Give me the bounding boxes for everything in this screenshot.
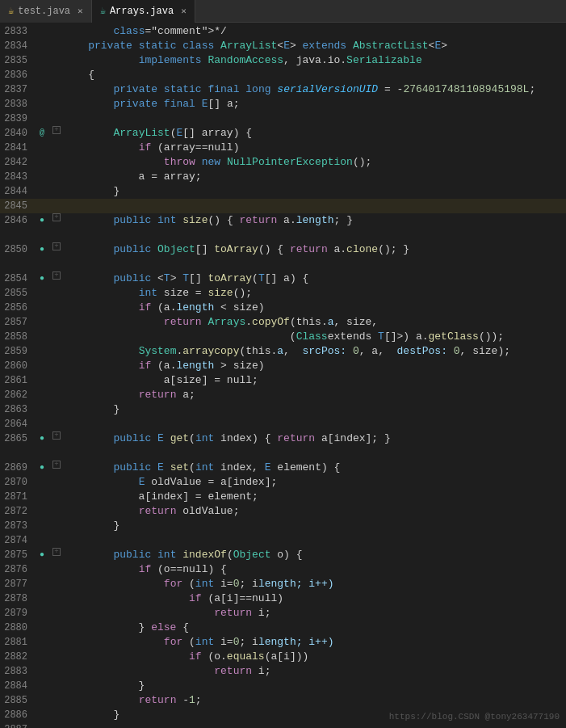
- code-line: public E get(int index) { return a[index…: [63, 431, 566, 446]
- line-row: 2836 {: [0, 68, 566, 82]
- line-number: 2837: [0, 82, 34, 97]
- line-row: 2844 }: [0, 184, 566, 199]
- code-line: if (a[i]==null): [63, 591, 566, 606]
- code-line: [63, 417, 566, 431]
- line-number: 2876: [0, 562, 34, 577]
- breakpoint-dot: ●: [40, 461, 44, 475]
- expand-button[interactable]: +: [50, 461, 63, 469]
- expand-button[interactable]: +: [50, 548, 63, 556]
- line-row: 2856 if (a.length < size): [0, 301, 566, 315]
- line-number: 2857: [0, 315, 34, 330]
- line-row: 2835 implements RandomAccess, java.io.Se…: [0, 53, 566, 68]
- code-line: [63, 446, 566, 461]
- expand-button[interactable]: +: [50, 271, 63, 280]
- breakpoint-dot: ●: [40, 213, 44, 228]
- code-line: return oldValue;: [63, 504, 566, 519]
- expand-button[interactable]: +: [50, 126, 63, 134]
- line-number: 2835: [0, 53, 34, 68]
- code-line: return a;: [63, 388, 566, 402]
- code-line: implements RandomAccess, java.io.Seriali…: [63, 53, 566, 68]
- line-row: 2855 int size = size();: [0, 286, 566, 301]
- at-icon: @: [40, 126, 44, 141]
- expand-button[interactable]: +: [50, 213, 63, 221]
- line-number: 2880: [0, 621, 34, 635]
- line-row: [0, 257, 566, 271]
- line-number: 2883: [0, 664, 34, 679]
- line-row: 2884 }: [0, 679, 566, 693]
- line-row: [0, 446, 566, 461]
- tab-arrays-java-close[interactable]: ✕: [181, 6, 187, 16]
- line-row: 2858 (Classextends T[]>) a.getClass());: [0, 330, 566, 344]
- line-number: 2858: [0, 330, 34, 344]
- test-java-icon: ☕: [8, 5, 14, 17]
- line-row: 2843 a = array;: [0, 170, 566, 184]
- line-number: 2885: [0, 693, 34, 708]
- line-number: 2873: [0, 519, 34, 533]
- line-number: 2872: [0, 504, 34, 519]
- code-line: return i;: [63, 664, 566, 679]
- line-row: 2879 return i;: [0, 606, 566, 621]
- code-line: }: [63, 184, 566, 199]
- gutter-icon: ●: [34, 431, 50, 446]
- code-line: System.arraycopy(this.a, srcPos: 0, a, d…: [63, 344, 566, 359]
- line-number: 2879: [0, 606, 34, 621]
- line-number: 2838: [0, 97, 34, 112]
- line-row: 2859 System.arraycopy(this.a, srcPos: 0,…: [0, 344, 566, 359]
- line-row: 2875●+ public int indexOf(Object o) {: [0, 548, 566, 562]
- code-line: if (o.equals(a[i])): [63, 650, 566, 664]
- tab-test-java-close[interactable]: ✕: [78, 6, 83, 16]
- code-line: return -1;: [63, 693, 566, 708]
- code-line: if (a.length < size): [63, 301, 566, 315]
- code-line: return Arrays.copyOf(this.a, size,: [63, 315, 566, 330]
- code-line: private static class ArrayList<E> extend…: [63, 39, 566, 53]
- tab-test-java[interactable]: ☕ test.java ✕: [0, 0, 92, 23]
- code-line: (Classextends T[]>) a.getClass());: [63, 330, 566, 344]
- line-number: 2854: [0, 271, 34, 286]
- gutter-icon: @: [34, 126, 50, 141]
- code-line: public E set(int index, E element) {: [63, 461, 566, 475]
- line-row: 2837 private static final long serialVer…: [0, 82, 566, 97]
- code-line: }: [63, 519, 566, 533]
- line-row: 2870 E oldValue = a[index];: [0, 475, 566, 490]
- code-line: for (int i=0; ilength; i++): [63, 577, 566, 591]
- line-number: 2869: [0, 461, 34, 475]
- line-row: 2854●+ public <T> T[] toArray(T[] a) {: [0, 271, 566, 286]
- line-row: 2860 if (a.length > size): [0, 359, 566, 373]
- code-line: E oldValue = a[index];: [63, 475, 566, 490]
- code-line: class="comment">*/: [63, 24, 566, 39]
- code-line: for (int i=0; ilength; i++): [63, 635, 566, 650]
- breakpoint-dot: ●: [40, 242, 44, 257]
- line-number: 2860: [0, 359, 34, 373]
- line-row: [0, 228, 566, 242]
- expand-button[interactable]: +: [50, 431, 63, 440]
- line-row: 2880 } else {: [0, 621, 566, 635]
- code-line: if (array==null): [63, 141, 566, 155]
- gutter-icon: ●: [34, 213, 50, 228]
- line-row: 2865●+ public E get(int index) { return …: [0, 431, 566, 446]
- line-number: 2859: [0, 344, 34, 359]
- line-number: 2870: [0, 475, 34, 490]
- line-number: 2874: [0, 533, 34, 548]
- watermark: https://blog.CSDN @tony263477190: [389, 712, 560, 722]
- code-line: [63, 112, 566, 126]
- line-number: 2839: [0, 112, 34, 126]
- line-row: 2872 return oldValue;: [0, 504, 566, 519]
- line-number: 2836: [0, 68, 34, 82]
- tab-arrays-java[interactable]: ☕ Arrays.java ✕: [92, 0, 195, 23]
- line-number: 2840: [0, 126, 34, 141]
- gutter-icon: ●: [34, 271, 50, 286]
- line-number: 2855: [0, 286, 34, 301]
- expand-button[interactable]: +: [50, 242, 63, 250]
- line-number: 2887: [0, 722, 34, 728]
- line-number: 2864: [0, 417, 34, 431]
- line-number: 2843: [0, 170, 34, 184]
- line-row: 2857 return Arrays.copyOf(this.a, size,: [0, 315, 566, 330]
- line-row: 2839: [0, 112, 566, 126]
- line-row: 2887: [0, 722, 566, 728]
- code-line: } else {: [63, 621, 566, 635]
- line-row: 2878 if (a[i]==null): [0, 591, 566, 606]
- line-row: 2877 for (int i=0; ilength; i++): [0, 577, 566, 591]
- line-row: 2883 return i;: [0, 664, 566, 679]
- line-row: 2846●+ public int size() { return a.leng…: [0, 213, 566, 228]
- line-row: 2862 return a;: [0, 388, 566, 402]
